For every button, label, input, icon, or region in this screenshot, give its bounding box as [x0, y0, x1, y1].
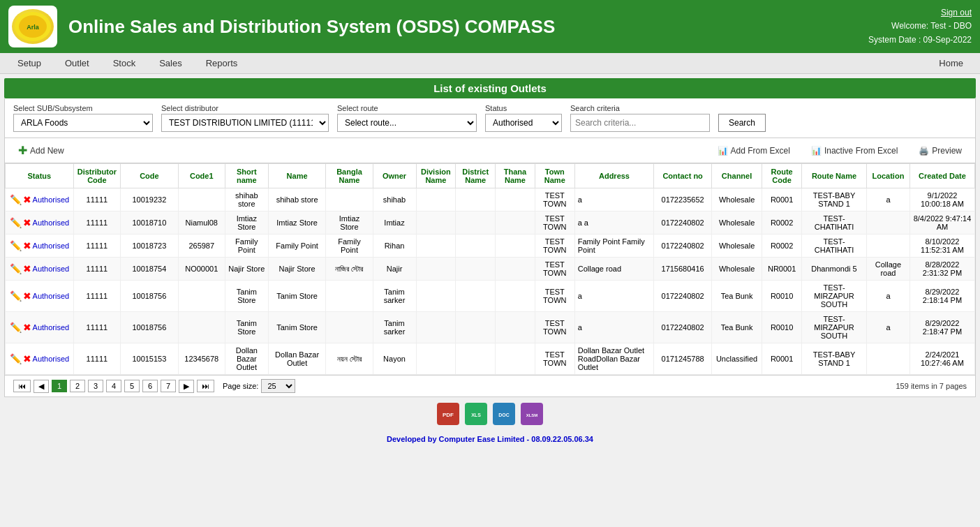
logo: Arla — [8, 6, 57, 47]
cell-contact: 1715680416 — [654, 258, 712, 281]
page-3-button[interactable]: 3 — [88, 380, 103, 392]
col-header-channel: Channel — [711, 164, 762, 188]
cell-bangla: Imtiaz Store — [326, 211, 373, 235]
search-button[interactable]: Search — [718, 114, 766, 132]
cell-code: 10018754 — [121, 258, 179, 281]
cell-contact: 0172240802 — [654, 235, 712, 258]
pdf-export-button[interactable]: PDF — [437, 403, 459, 425]
header-user-info: Sign out Welcome: Test - DBO System Date… — [868, 6, 972, 47]
delete-icon[interactable]: ✖ — [23, 263, 31, 274]
edit-icon[interactable]: ✏️ — [10, 290, 22, 302]
cell-location: a — [866, 281, 910, 312]
word-export-button[interactable]: DOC — [493, 403, 515, 425]
cell-name: Tanim Store — [268, 312, 326, 343]
preview-button[interactable]: 🖨️ Preview — [914, 144, 967, 158]
add-from-excel-button[interactable]: 📊 Add From Excel — [713, 144, 795, 158]
main-nav: Setup Outlet Stock Sales Reports Home — [0, 53, 980, 74]
cell-distcode: 11111 — [73, 235, 120, 258]
delete-icon[interactable]: ✖ — [23, 194, 31, 205]
delete-icon[interactable]: ✖ — [23, 240, 31, 251]
cell-code1 — [178, 312, 225, 343]
cell-code: 10015153 — [121, 343, 179, 375]
status-select[interactable]: Authorised — [485, 114, 562, 132]
app-title: Online Sales and Distribution System (OS… — [68, 16, 868, 38]
cell-address: a a — [574, 211, 654, 235]
cell-thana — [496, 258, 535, 281]
delete-icon[interactable]: ✖ — [23, 322, 31, 333]
sub-filter-group: Select SUB/Subsystem ARLA Foods — [13, 104, 153, 132]
status-text: Authorised — [33, 323, 70, 332]
col-header-contact: Contact no — [654, 164, 712, 188]
delete-icon[interactable]: ✖ — [23, 353, 31, 364]
edit-icon[interactable]: ✏️ — [10, 217, 22, 228]
cell-address: Family Point Family Point — [574, 235, 654, 258]
dist-filter-group: Select distributor TEST DISTRIBUTION LIM… — [161, 104, 329, 132]
cell-town: TEST TOWN — [535, 312, 574, 343]
col-header-created: Created Date — [910, 164, 974, 188]
page-1-button[interactable]: 1 — [52, 380, 67, 392]
cell-bangla — [326, 188, 373, 211]
page-2-button[interactable]: 2 — [70, 380, 85, 392]
welcome-text: Welcome: Test - DBO — [891, 21, 972, 31]
page-7-button[interactable]: 7 — [161, 380, 176, 392]
cell-district — [456, 235, 496, 258]
edit-icon[interactable]: ✏️ — [10, 353, 22, 364]
dist-select[interactable]: TEST DISTRIBUTION LIMITED (11111) — [161, 114, 329, 132]
status-text: Authorised — [33, 242, 70, 250]
cell-short: Najir Store — [225, 258, 268, 281]
nav-home[interactable]: Home — [928, 54, 974, 73]
page-last-button[interactable]: ⏭ — [197, 380, 214, 392]
page-size-select[interactable]: 25 50 100 — [261, 379, 295, 393]
cell-code: 10019232 — [121, 188, 179, 211]
col-header-code1: Code1 — [178, 164, 225, 188]
page-4-button[interactable]: 4 — [106, 380, 121, 392]
sign-out-link[interactable]: Sign out — [941, 8, 972, 17]
cell-bangla: Family Point — [326, 235, 373, 258]
nav-sales[interactable]: Sales — [147, 53, 194, 73]
cell-town: TEST TOWN — [535, 258, 574, 281]
table-row: ✏️ ✖ Authorised 11111 10018723 265987 Fa… — [6, 235, 975, 258]
criteria-input[interactable] — [570, 114, 710, 132]
cell-division — [416, 235, 456, 258]
edit-icon[interactable]: ✏️ — [10, 263, 22, 274]
cell-district — [456, 188, 496, 211]
cell-status: ✏️ ✖ Authorised — [6, 235, 74, 258]
nav-stock[interactable]: Stock — [101, 53, 148, 73]
col-header-routename: Route Name — [802, 164, 867, 188]
cell-created: 8/10/2022 11:52:31 AM — [910, 235, 974, 258]
cell-district — [456, 281, 496, 312]
status-text: Authorised — [33, 265, 70, 273]
cell-owner: Rihan — [373, 235, 416, 258]
route-label: Select route — [337, 104, 477, 112]
add-new-button[interactable]: ✚ Add New — [13, 142, 69, 159]
page-next-button[interactable]: ▶ — [179, 380, 194, 393]
page-5-button[interactable]: 5 — [124, 380, 140, 392]
page-prev-button[interactable]: ◀ — [34, 380, 49, 393]
outlet-table-container: Status Distributor Code Code Code1 Short… — [4, 163, 976, 376]
sub-select[interactable]: ARLA Foods — [13, 114, 153, 132]
page-first-button[interactable]: ⏮ — [13, 380, 31, 392]
svg-text:XLS: XLS — [471, 413, 481, 417]
col-header-short: Short name — [225, 164, 268, 188]
status-label: Status — [485, 104, 562, 112]
edit-icon[interactable]: ✏️ — [10, 194, 22, 205]
cell-created: 8/28/2022 2:31:32 PM — [910, 258, 974, 281]
route-select[interactable]: Select route... — [337, 114, 477, 132]
nav-setup[interactable]: Setup — [6, 53, 53, 73]
cell-created: 8/4/2022 9:47:14 AM — [910, 211, 974, 235]
cell-town: TEST TOWN — [535, 343, 574, 375]
delete-icon[interactable]: ✖ — [23, 290, 31, 302]
cell-channel: Tea Bunk — [711, 312, 762, 343]
nav-reports[interactable]: Reports — [194, 53, 250, 73]
inactive-from-excel-button[interactable]: 📊 Inactive From Excel — [806, 144, 903, 158]
excel-export-button[interactable]: XLS — [465, 403, 487, 425]
edit-icon[interactable]: ✏️ — [10, 240, 22, 251]
nav-outlet[interactable]: Outlet — [53, 53, 101, 73]
cell-channel: Wholesale — [711, 211, 762, 235]
delete-icon[interactable]: ✖ — [23, 217, 31, 228]
cell-status: ✏️ ✖ Authorised — [6, 211, 74, 235]
cell-routecode: R0010 — [762, 281, 802, 312]
xlsm-export-button[interactable]: XLSM — [521, 403, 543, 425]
edit-icon[interactable]: ✏️ — [10, 322, 22, 333]
page-6-button[interactable]: 6 — [142, 380, 158, 392]
